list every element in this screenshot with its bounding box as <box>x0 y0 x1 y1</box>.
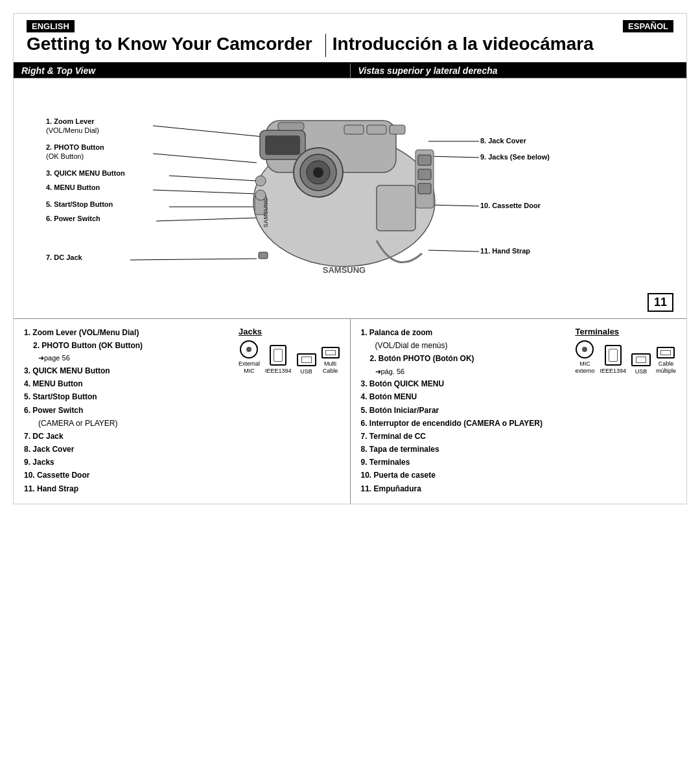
list-item: 10. Cassette Door <box>24 469 226 482</box>
lang-bar: ENGLISH ESPAÑOL <box>14 14 686 32</box>
section-header-english: Right & Top View <box>14 64 351 78</box>
svg-rect-40 <box>278 123 304 130</box>
list-item: (VOL/Dial de menús) <box>361 340 563 352</box>
list-item: ➜pág. 56 <box>361 366 563 378</box>
list-item: 9. Jacks <box>24 456 226 469</box>
jack-usb-es: USB <box>631 353 651 375</box>
svg-rect-36 <box>418 155 431 165</box>
list-item: 11. Empuñadura <box>361 483 563 495</box>
list-item: 1. Zoom Lever (VOL/Menu Dial) <box>24 327 226 339</box>
jack-cable-multiple-label: Cablemúltiple <box>656 360 676 375</box>
spanish-content-col: 1. Palanca de zoom (VOL/Dial de menús) 2… <box>351 319 687 504</box>
svg-text:4. MENU Button: 4. MENU Button <box>46 183 100 191</box>
list-item: (CAMERA or PLAYER) <box>24 417 226 430</box>
list-item: 8. Jack Cover <box>24 443 226 456</box>
title-divider <box>325 34 326 57</box>
list-item: 7. Terminal de CC <box>361 430 563 443</box>
jack-ieee-icon <box>270 345 286 366</box>
jack-multi-cable: MultiCable <box>321 347 340 375</box>
svg-rect-27 <box>265 135 300 155</box>
svg-point-31 <box>313 167 323 178</box>
jack-mic-externo: MICexterno <box>575 340 594 375</box>
svg-line-21 <box>428 156 479 158</box>
section-header-spanish: Vistas superior y lateral derecha <box>351 64 687 78</box>
svg-text:6. Power Switch: 6. Power Switch <box>46 215 100 222</box>
svg-text:5. Start/Stop Button: 5. Start/Stop Button <box>46 200 113 208</box>
jack-external-mic: ExternalMIC <box>239 340 260 375</box>
list-item: 8. Tapa de terminales <box>361 443 563 456</box>
svg-text:SAMSUNG: SAMSUNG <box>323 265 366 275</box>
svg-line-22 <box>428 205 479 206</box>
list-item: 5. Start/Stop Button <box>24 391 226 403</box>
page-container: ENGLISH ESPAÑOL Getting to Know Your Cam… <box>13 13 687 504</box>
jack-mic-icon <box>240 340 258 358</box>
svg-text:3. QUICK MENU Button: 3. QUICK MENU Button <box>46 169 125 177</box>
jack-usb-es-icon <box>631 353 651 366</box>
svg-line-12 <box>153 190 257 194</box>
list-item: 9. Terminales <box>361 456 563 469</box>
lang-spanish-label: ESPAÑOL <box>623 20 673 32</box>
svg-rect-33 <box>367 125 386 134</box>
jack-usb-es-label: USB <box>635 368 648 375</box>
jack-ieee-es-icon <box>605 345 622 366</box>
list-item: 3. QUICK MENU Button <box>24 365 226 377</box>
svg-rect-34 <box>390 125 405 134</box>
svg-text:11. Hand Strap: 11. Hand Strap <box>480 247 530 255</box>
jack-usb: USB <box>297 353 316 375</box>
svg-rect-37 <box>418 169 431 180</box>
svg-text:(VOL/Menu Dial): (VOL/Menu Dial) <box>46 126 99 134</box>
english-content-col: 1. Zoom Lever (VOL/Menu Dial) 2. PHOTO B… <box>14 319 351 504</box>
english-jacks-title: Jacks <box>239 327 340 336</box>
page-number: 11 <box>648 293 673 312</box>
title-spanish: Introducción a la videocámara <box>332 34 673 54</box>
list-item: 2. Botón PHOTO (Botón OK) <box>361 353 563 365</box>
svg-text:1. Zoom Lever: 1. Zoom Lever <box>46 117 95 125</box>
list-item: ➜page 56 <box>24 353 226 364</box>
lang-english-label: ENGLISH <box>27 20 75 32</box>
list-item: 5. Botón Iniciar/Parar <box>361 405 563 417</box>
svg-line-14 <box>156 218 257 221</box>
svg-rect-39 <box>377 185 415 231</box>
jack-cable-multiple: Cablemúltiple <box>656 347 676 375</box>
jack-cable-multiple-icon <box>657 347 675 358</box>
list-item: 6. Interruptor de encendido (CAMERA o PL… <box>361 417 563 430</box>
camcorder-diagram: 1. Zoom Lever (VOL/Menu Dial) 2. PHOTO B… <box>27 85 673 312</box>
list-item: 4. MENU Button <box>24 378 226 390</box>
list-item: 4. Botón MENU <box>361 391 563 403</box>
title-row: Getting to Know Your Camcorder Introducc… <box>14 32 686 64</box>
jack-ieee-label: IEEE1394 <box>265 368 292 375</box>
svg-text:8. Jack Cover: 8. Jack Cover <box>480 137 527 145</box>
svg-line-23 <box>428 250 479 252</box>
jack-multi-icon <box>321 347 340 358</box>
svg-line-15 <box>130 259 257 260</box>
svg-text:7. DC Jack: 7. DC Jack <box>46 253 83 261</box>
svg-text:10. Cassette Door: 10. Cassette Door <box>480 202 541 209</box>
jack-multi-label: MultiCable <box>323 360 338 375</box>
list-item: 11. Hand Strap <box>24 483 226 495</box>
svg-line-10 <box>153 154 257 163</box>
jack-mic-label: ExternalMIC <box>239 360 260 375</box>
svg-text:SAMSUNG: SAMSUNG <box>262 198 269 228</box>
content-area: 1. Zoom Lever (VOL/Menu Dial) 2. PHOTO B… <box>14 319 686 504</box>
list-item: 2. PHOTO Button (OK Button) <box>24 340 226 352</box>
spanish-jacks-icons: MICexterno IEEE1394 <box>575 340 676 375</box>
diagram-area: 1. Zoom Lever (VOL/Menu Dial) 2. PHOTO B… <box>14 78 686 319</box>
jack-usb-icon <box>297 353 316 366</box>
svg-rect-44 <box>259 252 268 259</box>
jack-ieee1394: IEEE1394 <box>265 345 292 375</box>
svg-rect-32 <box>344 125 364 134</box>
title-english: Getting to Know Your Camcorder <box>27 34 312 54</box>
svg-text:9. Jacks (See below): 9. Jacks (See below) <box>480 153 550 161</box>
english-jacks-section: Jacks ExternalMIC <box>239 327 340 496</box>
list-item: 10. Puerta de casete <box>361 469 563 482</box>
english-jacks-icons: ExternalMIC IEEE1394 <box>239 340 340 375</box>
jack-mic-externo-icon <box>576 340 594 358</box>
svg-point-42 <box>255 176 266 186</box>
list-item: 6. Power Switch <box>24 405 226 417</box>
english-items-list: 1. Zoom Lever (VOL/Menu Dial) 2. PHOTO B… <box>24 327 226 495</box>
jack-ieee-es-label: IEEE1394 <box>600 368 626 375</box>
list-item: 1. Palanca de zoom <box>361 327 563 339</box>
jack-usb-label: USB <box>300 368 312 375</box>
svg-text:(OK Button): (OK Button) <box>46 152 84 160</box>
svg-text:2. PHOTO Button: 2. PHOTO Button <box>46 143 104 151</box>
